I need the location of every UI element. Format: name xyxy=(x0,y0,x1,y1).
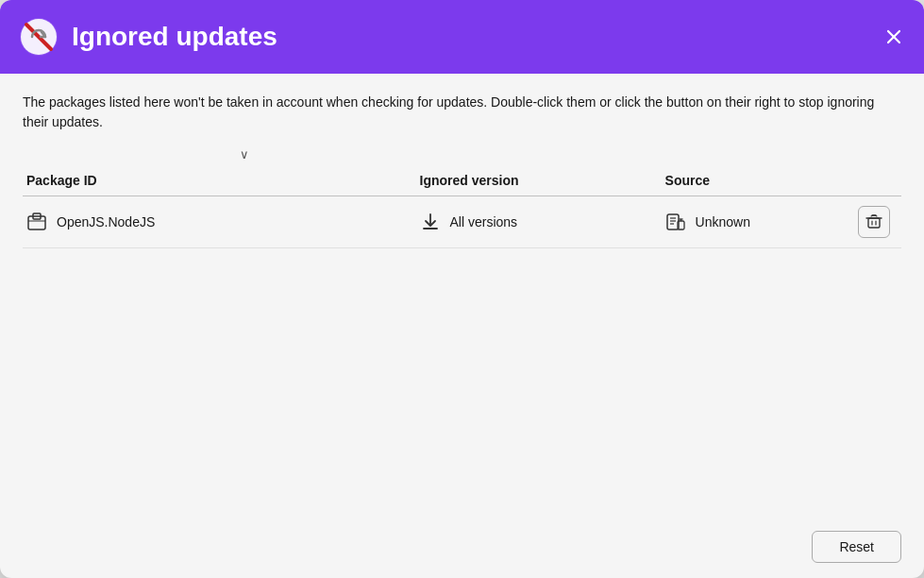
svg-rect-10 xyxy=(667,214,679,230)
ignored-version-value: All versions xyxy=(450,214,518,230)
all-versions-icon xyxy=(420,212,441,232)
cell-package-id: OpenJS.NodeJS xyxy=(23,196,409,248)
table-row[interactable]: OpenJS.NodeJS All versions xyxy=(23,196,901,248)
svg-rect-17 xyxy=(868,218,880,228)
table-header-row: Package ID Ignored version Source xyxy=(23,165,901,196)
col-source: Source xyxy=(654,165,847,196)
col-actions xyxy=(847,165,901,196)
sort-indicator: ∨ xyxy=(23,147,901,165)
dialog-header: Ignored updates xyxy=(0,0,924,74)
cell-source: Unknown xyxy=(654,196,847,248)
table-body: OpenJS.NodeJS All versions xyxy=(23,196,901,248)
dialog-footer: Reset xyxy=(0,519,924,578)
svg-rect-5 xyxy=(28,216,45,230)
packages-table: Package ID Ignored version Source xyxy=(23,165,901,248)
dialog-title: Ignored updates xyxy=(72,22,901,52)
reset-button[interactable]: Reset xyxy=(812,531,901,563)
cell-delete xyxy=(847,196,901,248)
no-updates-icon xyxy=(19,17,59,57)
source-icon xyxy=(665,212,686,232)
dialog-body: The packages listed here won't be taken … xyxy=(0,74,924,519)
ignored-updates-dialog: Ignored updates The packages listed here… xyxy=(0,0,924,578)
cell-ignored-version: All versions xyxy=(409,196,654,248)
delete-ignored-button[interactable] xyxy=(858,206,890,238)
delete-icon xyxy=(865,213,882,230)
close-icon xyxy=(886,29,901,44)
package-icon xyxy=(26,212,47,232)
table-header: Package ID Ignored version Source xyxy=(23,165,901,196)
package-id-value: OpenJS.NodeJS xyxy=(57,214,155,230)
source-value: Unknown xyxy=(696,214,750,230)
col-ignored-version: Ignored version xyxy=(409,165,654,196)
description-text: The packages listed here won't be taken … xyxy=(23,93,901,132)
col-package-id: Package ID xyxy=(23,165,409,196)
close-button[interactable] xyxy=(879,22,909,52)
